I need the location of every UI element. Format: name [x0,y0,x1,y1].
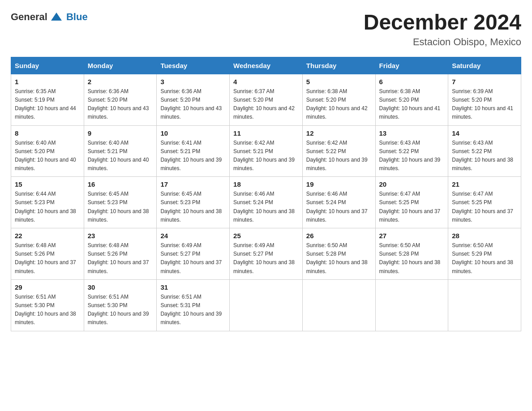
day-number: 20 [379,180,445,188]
day-number: 17 [160,180,226,188]
day-number: 4 [233,78,299,86]
day-info: Sunrise: 6:50 AMSunset: 5:29 PMDaylight:… [452,242,513,274]
day-info: Sunrise: 6:47 AMSunset: 5:25 PMDaylight:… [379,191,441,223]
day-info: Sunrise: 6:40 AMSunset: 5:20 PMDaylight:… [15,140,76,172]
calendar-week-row: 29 Sunrise: 6:51 AMSunset: 5:30 PMDaylig… [11,279,521,331]
calendar-cell: 26 Sunrise: 6:50 AMSunset: 5:28 PMDaylig… [302,228,375,280]
day-info: Sunrise: 6:39 AMSunset: 5:20 PMDaylight:… [452,88,513,120]
day-info: Sunrise: 6:51 AMSunset: 5:30 PMDaylight:… [88,294,149,326]
day-number: 25 [233,232,299,240]
location-subtitle: Estacion Obispo, Mexico [364,36,521,48]
day-number: 24 [160,232,226,240]
day-info: Sunrise: 6:48 AMSunset: 5:26 PMDaylight:… [15,242,76,274]
calendar-cell: 19 Sunrise: 6:46 AMSunset: 5:24 PMDaylig… [302,177,375,228]
day-number: 29 [15,283,80,291]
day-number: 18 [233,180,299,188]
calendar-cell: 16 Sunrise: 6:45 AMSunset: 5:23 PMDaylig… [84,177,157,228]
day-info: Sunrise: 6:45 AMSunset: 5:23 PMDaylight:… [160,191,222,223]
page-header: General Blue December 2024 Estacion Obis… [11,11,521,48]
calendar-cell: 30 Sunrise: 6:51 AMSunset: 5:30 PMDaylig… [84,279,157,331]
calendar-cell: 29 Sunrise: 6:51 AMSunset: 5:30 PMDaylig… [11,279,84,331]
day-info: Sunrise: 6:43 AMSunset: 5:22 PMDaylight:… [452,140,513,172]
weekday-header-tuesday: Tuesday [157,57,230,74]
day-info: Sunrise: 6:49 AMSunset: 5:27 PMDaylight:… [233,242,295,274]
logo-blue-text: Blue [66,11,88,23]
day-number: 8 [15,129,80,137]
day-number: 26 [306,232,372,240]
day-number: 23 [88,232,153,240]
weekday-header-wednesday: Wednesday [230,57,303,74]
day-info: Sunrise: 6:42 AMSunset: 5:21 PMDaylight:… [233,140,295,172]
calendar-cell: 31 Sunrise: 6:51 AMSunset: 5:31 PMDaylig… [157,279,230,331]
calendar-header-row: SundayMondayTuesdayWednesdayThursdayFrid… [11,57,521,74]
day-number: 31 [160,283,226,291]
logo-icon [50,11,63,23]
calendar-cell: 11 Sunrise: 6:42 AMSunset: 5:21 PMDaylig… [230,125,303,177]
calendar-cell: 13 Sunrise: 6:43 AMSunset: 5:22 PMDaylig… [375,125,448,177]
day-number: 9 [88,129,153,137]
calendar-cell: 15 Sunrise: 6:44 AMSunset: 5:23 PMDaylig… [11,177,84,228]
weekday-header-sunday: Sunday [11,57,84,74]
weekday-header-saturday: Saturday [448,57,521,74]
calendar-week-row: 1 Sunrise: 6:35 AMSunset: 5:19 PMDayligh… [11,74,521,125]
calendar-cell: 12 Sunrise: 6:42 AMSunset: 5:22 PMDaylig… [302,125,375,177]
svg-marker-0 [51,13,62,21]
day-info: Sunrise: 6:49 AMSunset: 5:27 PMDaylight:… [160,242,222,274]
day-info: Sunrise: 6:51 AMSunset: 5:30 PMDaylight:… [15,294,76,326]
calendar-cell: 4 Sunrise: 6:37 AMSunset: 5:20 PMDayligh… [230,74,303,125]
day-number: 28 [452,232,517,240]
weekday-header-monday: Monday [84,57,157,74]
calendar-cell: 28 Sunrise: 6:50 AMSunset: 5:29 PMDaylig… [448,228,521,280]
calendar-cell: 25 Sunrise: 6:49 AMSunset: 5:27 PMDaylig… [230,228,303,280]
day-number: 7 [452,78,517,86]
month-year-title: December 2024 [364,11,521,34]
calendar-cell [230,279,303,331]
calendar-cell [375,279,448,331]
calendar-cell [448,279,521,331]
day-info: Sunrise: 6:40 AMSunset: 5:21 PMDaylight:… [88,140,149,172]
calendar-cell: 21 Sunrise: 6:47 AMSunset: 5:25 PMDaylig… [448,177,521,228]
calendar-cell: 24 Sunrise: 6:49 AMSunset: 5:27 PMDaylig… [157,228,230,280]
day-info: Sunrise: 6:44 AMSunset: 5:23 PMDaylight:… [15,191,76,223]
title-block: December 2024 Estacion Obispo, Mexico [364,11,521,48]
day-number: 13 [379,129,445,137]
logo: General Blue [11,11,88,23]
day-info: Sunrise: 6:51 AMSunset: 5:31 PMDaylight:… [160,294,222,326]
calendar-cell: 5 Sunrise: 6:38 AMSunset: 5:20 PMDayligh… [302,74,375,125]
calendar-cell: 20 Sunrise: 6:47 AMSunset: 5:25 PMDaylig… [375,177,448,228]
day-number: 12 [306,129,372,137]
day-info: Sunrise: 6:36 AMSunset: 5:20 PMDaylight:… [160,88,222,120]
calendar-cell: 22 Sunrise: 6:48 AMSunset: 5:26 PMDaylig… [11,228,84,280]
calendar-cell: 27 Sunrise: 6:50 AMSunset: 5:28 PMDaylig… [375,228,448,280]
calendar-cell: 7 Sunrise: 6:39 AMSunset: 5:20 PMDayligh… [448,74,521,125]
day-info: Sunrise: 6:46 AMSunset: 5:24 PMDaylight:… [233,191,295,223]
calendar-cell: 3 Sunrise: 6:36 AMSunset: 5:20 PMDayligh… [157,74,230,125]
day-number: 6 [379,78,445,86]
calendar-cell: 2 Sunrise: 6:36 AMSunset: 5:20 PMDayligh… [84,74,157,125]
day-info: Sunrise: 6:37 AMSunset: 5:20 PMDaylight:… [233,88,295,120]
day-number: 5 [306,78,372,86]
calendar-cell: 18 Sunrise: 6:46 AMSunset: 5:24 PMDaylig… [230,177,303,228]
day-info: Sunrise: 6:50 AMSunset: 5:28 PMDaylight:… [306,242,368,274]
weekday-header-friday: Friday [375,57,448,74]
calendar-week-row: 22 Sunrise: 6:48 AMSunset: 5:26 PMDaylig… [11,228,521,280]
day-info: Sunrise: 6:45 AMSunset: 5:23 PMDaylight:… [88,191,149,223]
day-number: 22 [15,232,80,240]
calendar-cell: 17 Sunrise: 6:45 AMSunset: 5:23 PMDaylig… [157,177,230,228]
day-number: 19 [306,180,372,188]
day-info: Sunrise: 6:42 AMSunset: 5:22 PMDaylight:… [306,140,368,172]
day-info: Sunrise: 6:46 AMSunset: 5:24 PMDaylight:… [306,191,368,223]
day-number: 11 [233,129,299,137]
day-number: 27 [379,232,445,240]
day-number: 30 [88,283,153,291]
day-number: 10 [160,129,226,137]
calendar-cell: 10 Sunrise: 6:41 AMSunset: 5:21 PMDaylig… [157,125,230,177]
day-info: Sunrise: 6:43 AMSunset: 5:22 PMDaylight:… [379,140,441,172]
day-info: Sunrise: 6:38 AMSunset: 5:20 PMDaylight:… [306,88,368,120]
day-number: 2 [88,78,153,86]
day-info: Sunrise: 6:38 AMSunset: 5:20 PMDaylight:… [379,88,441,120]
calendar-cell: 8 Sunrise: 6:40 AMSunset: 5:20 PMDayligh… [11,125,84,177]
day-info: Sunrise: 6:50 AMSunset: 5:28 PMDaylight:… [379,242,441,274]
calendar-cell: 1 Sunrise: 6:35 AMSunset: 5:19 PMDayligh… [11,74,84,125]
day-number: 14 [452,129,517,137]
